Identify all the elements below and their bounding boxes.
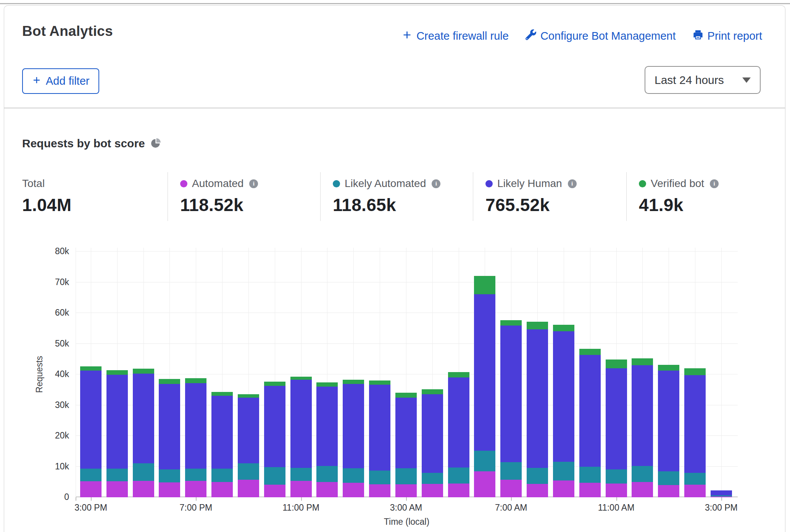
y-tick-label: 50k: [39, 339, 69, 349]
segment-likely-automated: [500, 462, 522, 480]
segment-verified-bot: [290, 377, 312, 379]
action-configure-bot-management[interactable]: Configure Bot Management: [526, 29, 676, 43]
info-icon[interactable]: i: [710, 179, 719, 188]
bar-11-00-pm[interactable]: [290, 377, 312, 497]
segment-likely-human: [448, 377, 469, 468]
bar-11-00-am[interactable]: [606, 360, 627, 497]
segment-likely-automated: [395, 468, 417, 485]
time-range-select[interactable]: Last 24 hours: [645, 66, 761, 94]
bar-3-00-pm[interactable]: [711, 490, 732, 497]
segment-automated: [133, 481, 154, 497]
bar-3-00-pm[interactable]: [80, 366, 102, 497]
segment-verified-bot: [474, 276, 495, 294]
x-tick-label: 11:00 PM: [282, 503, 319, 513]
bar-9-00-am[interactable]: [553, 325, 574, 497]
segment-likely-automated: [448, 468, 469, 484]
action-label: Print report: [708, 30, 762, 42]
segment-automated: [658, 485, 679, 497]
segment-verified-bot: [500, 320, 522, 326]
bar-10-00-pm[interactable]: [264, 382, 285, 497]
bar-8-00-am[interactable]: [527, 322, 548, 497]
segment-verified-bot: [316, 382, 338, 387]
segment-likely-automated: [80, 469, 102, 481]
segment-verified-bot: [343, 380, 364, 384]
segment-likely-human: [422, 394, 443, 472]
segment-automated: [579, 483, 601, 497]
segment-likely-human: [343, 384, 364, 468]
segment-automated: [632, 482, 653, 497]
segment-likely-automated: [238, 463, 259, 480]
bar-12-00-pm[interactable]: [632, 358, 653, 497]
stat-value: 118.65k: [333, 195, 473, 215]
stat-label: Likely Human: [497, 177, 562, 190]
segment-likely-automated: [684, 473, 706, 485]
bar-8-00-pm[interactable]: [211, 392, 233, 497]
stat-value: 118.52k: [180, 195, 320, 215]
segment-likely-human: [106, 375, 128, 469]
stat-automated: Automatedi118.52k: [168, 172, 320, 221]
segment-automated: [106, 481, 128, 497]
action-print-report[interactable]: Print report: [693, 29, 762, 43]
printer-icon: [693, 29, 703, 43]
bar-2-00-am[interactable]: [369, 380, 390, 497]
segment-likely-human: [290, 380, 312, 468]
axis-tick: [196, 497, 197, 501]
bar-4-00-pm[interactable]: [106, 370, 128, 497]
bar-1-00-am[interactable]: [343, 380, 364, 497]
bar-2-00-pm[interactable]: [684, 368, 706, 497]
segment-automated: [527, 484, 548, 497]
segment-likely-human: [553, 331, 574, 462]
bar-1-00-pm[interactable]: [658, 365, 679, 497]
page-title: Bot Analytics: [22, 23, 113, 39]
plus-icon: [32, 75, 41, 87]
bar-5-00-am[interactable]: [448, 372, 469, 497]
bar-4-00-am[interactable]: [422, 389, 443, 497]
add-filter-button[interactable]: Add filter: [22, 68, 99, 94]
segment-verified-bot: [369, 380, 390, 385]
x-tick-label: 7:00 PM: [179, 503, 212, 513]
axis-tick: [406, 497, 407, 501]
bar-6-00-pm[interactable]: [159, 379, 180, 497]
bar-7-00-pm[interactable]: [185, 378, 206, 497]
info-icon[interactable]: i: [432, 179, 440, 188]
stat-likely-human: Likely Humani765.52k: [473, 172, 626, 221]
info-icon[interactable]: i: [249, 179, 258, 188]
segment-likely-human: [632, 365, 653, 466]
segment-automated: [422, 484, 443, 497]
segment-automated: [474, 471, 495, 497]
segment-automated: [238, 480, 259, 497]
segment-verified-bot: [238, 394, 259, 398]
x-tick-label: 3:00 AM: [390, 503, 422, 513]
bar-12-00-am[interactable]: [316, 382, 338, 497]
x-tick-label: 7:00 AM: [495, 503, 527, 513]
time-range-value: Last 24 hours: [655, 74, 724, 87]
stat-label: Likely Automated: [345, 177, 426, 190]
segment-verified-bot: [658, 365, 679, 370]
bar-3-00-am[interactable]: [395, 393, 417, 497]
stat-label: Verified bot: [651, 177, 704, 190]
segment-likely-human: [606, 368, 627, 469]
x-tick-label: 3:00 PM: [705, 503, 738, 513]
segment-verified-bot: [80, 366, 102, 371]
bar-9-00-pm[interactable]: [238, 394, 259, 497]
segment-automated: [211, 482, 233, 497]
x-tick-label: 3:00 PM: [74, 503, 107, 513]
info-icon[interactable]: i: [568, 179, 577, 188]
segment-verified-bot: [684, 368, 706, 375]
segment-likely-human: [159, 384, 180, 469]
segment-likely-automated: [579, 467, 601, 483]
section-title: Requests by bot score: [22, 137, 145, 150]
gridline: [721, 248, 722, 497]
bar-7-00-am[interactable]: [500, 320, 522, 497]
stat-label: Total: [22, 177, 45, 190]
gridline: [76, 282, 738, 282]
action-create-firewall-rule[interactable]: Create firewall rule: [402, 30, 509, 43]
gridline: [76, 313, 738, 313]
stat-likely-automated: Likely Automatedi118.65k: [320, 172, 473, 221]
bar-10-00-am[interactable]: [579, 349, 601, 497]
bar-6-00-am[interactable]: [474, 276, 495, 497]
segment-automated: [264, 485, 285, 497]
bar-5-00-pm[interactable]: [133, 369, 154, 497]
pie-chart-icon: [151, 138, 161, 150]
segment-likely-human: [185, 383, 206, 469]
